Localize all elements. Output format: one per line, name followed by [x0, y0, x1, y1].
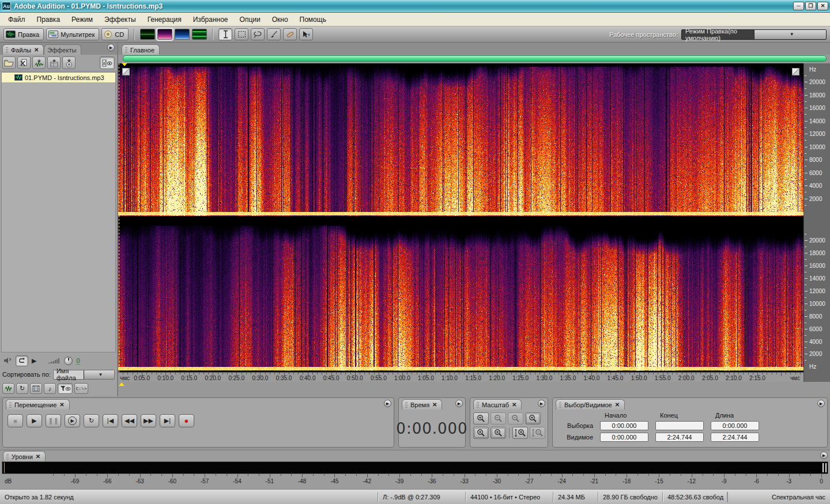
spectrogram-right-channel[interactable]: [118, 223, 803, 371]
workspace-dropdown[interactable]: Режим Правка(по умолчанию) ▼: [681, 29, 827, 40]
правка-mode-button[interactable]: Правка: [3, 28, 44, 40]
insert-into-multitrack-session-button[interactable]: [47, 56, 61, 69]
fast-forward-button[interactable]: ▶▶: [141, 414, 156, 427]
tab-time[interactable]: Время ✕: [402, 399, 442, 410]
zoom-in-horizontally-button[interactable]: [473, 412, 489, 425]
panel-menu-icon[interactable]: ▶: [107, 44, 115, 51]
playhead-line[interactable]: [119, 63, 119, 372]
restore-button[interactable]: ❐: [805, 2, 816, 10]
tab-effects[interactable]: Эффекты: [44, 44, 81, 55]
zoom-in-vertically-button[interactable]: [512, 427, 528, 439]
show-midi-button[interactable]: ♪: [44, 383, 56, 394]
show-video-button[interactable]: [30, 383, 42, 394]
tab-zoom[interactable]: Масштаб ✕: [473, 399, 522, 410]
close-icon[interactable]: ✕: [59, 401, 64, 408]
sort-dropdown[interactable]: Имя файла ▼: [53, 370, 115, 380]
time-value-field[interactable]: 0:00.000: [711, 421, 759, 430]
close-icon[interactable]: ✕: [432, 401, 437, 408]
close-icon[interactable]: ✕: [615, 401, 620, 408]
volume-bars-icon[interactable]: [48, 358, 61, 364]
zoom-in-right-edge-button[interactable]: [491, 427, 506, 439]
spectral-frequency-display-button[interactable]: [157, 29, 172, 40]
volume-value[interactable]: 0: [76, 357, 80, 365]
zoom-out-full-button[interactable]: [508, 412, 523, 425]
volume-knob[interactable]: [64, 357, 73, 365]
close-button[interactable]: ✕: [817, 2, 828, 10]
menu-Режим[interactable]: Режим: [66, 14, 99, 25]
menu-Эффекты[interactable]: Эффекты: [99, 14, 142, 25]
stop-button[interactable]: ■: [7, 414, 23, 427]
play-button[interactable]: ▶: [27, 414, 42, 427]
close-icon[interactable]: ✕: [512, 401, 516, 408]
play-from-cursor-button[interactable]: ▶: [65, 414, 80, 427]
go-to-beginning-button[interactable]: |◀: [103, 414, 118, 427]
show-full-paths-button[interactable]: C:\>: [74, 383, 88, 394]
tab-selection-view[interactable]: Выбор/Видимое ✕: [556, 399, 625, 410]
мультитрек-mode-button[interactable]: Мультитрек: [46, 28, 99, 40]
menu-Правка[interactable]: Правка: [31, 14, 66, 25]
tab-levels[interactable]: Уровни ✕: [3, 451, 46, 461]
rewind-button[interactable]: ◀◀: [122, 414, 137, 427]
tab-transport[interactable]: Перемещение ✕: [6, 399, 70, 410]
cd-mode-button[interactable]: CD: [101, 28, 129, 40]
time-selection-tool[interactable]: [218, 28, 232, 40]
marquee-selection-tool[interactable]: [235, 28, 248, 40]
level-meter[interactable]: [2, 461, 828, 474]
scrub-tool[interactable]: [299, 28, 313, 40]
panel-menu-icon[interactable]: ▶: [820, 452, 828, 459]
time-value-field[interactable]: [655, 421, 704, 430]
spectral-pan-display-button[interactable]: [175, 29, 190, 40]
tab-main[interactable]: Главное: [122, 44, 160, 55]
spot-healing-brush-tool[interactable]: [283, 28, 297, 40]
spectral-phase-display-button[interactable]: [192, 29, 207, 40]
chevron-down-icon[interactable]: ▼: [84, 370, 114, 379]
menu-Окно[interactable]: Окно: [266, 14, 294, 25]
play-looped-button[interactable]: ↻: [84, 414, 99, 427]
timeline-ruler[interactable]: чмс0:05.00:10.00:15.00:20.00:25.00:30.00…: [118, 372, 803, 382]
playhead-marker-top-icon[interactable]: [122, 63, 127, 66]
panel-menu-icon[interactable]: ▶: [817, 400, 825, 407]
tab-files[interactable]: Файлы ✕: [2, 44, 44, 55]
panel-menu-icon[interactable]: ▶: [455, 400, 463, 407]
show-waveforms-button[interactable]: [2, 383, 14, 394]
panel-menu-icon[interactable]: ▶: [538, 400, 545, 407]
frequency-ruler[interactable]: Hz20000180001600014000120001000080006000…: [803, 63, 830, 382]
menu-Помощь[interactable]: Помощь: [294, 14, 332, 25]
spectral-display[interactable]: [118, 63, 803, 372]
zoom-corner-handle[interactable]: [792, 68, 799, 75]
menu-Генерация[interactable]: Генерация: [142, 14, 187, 25]
close-file-button[interactable]: [17, 56, 31, 69]
time-value-field[interactable]: 2:24.744: [711, 433, 759, 442]
close-icon[interactable]: ✕: [34, 47, 39, 53]
zoom-in-left-edge-button[interactable]: [473, 427, 489, 439]
menu-Файл[interactable]: Файл: [2, 14, 31, 25]
time-value-field[interactable]: 0:00.000: [600, 433, 648, 442]
go-to-end-button[interactable]: ▶|: [160, 414, 175, 427]
playhead-marker-bottom-icon[interactable]: [119, 382, 124, 386]
loop-preview-button[interactable]: [16, 355, 28, 366]
effects-paintbrush-tool[interactable]: [267, 28, 281, 40]
filter-options-toggle[interactable]: [58, 383, 73, 394]
zoom-out-vertically-button[interactable]: [530, 427, 545, 439]
time-value-field[interactable]: 0:00.000: [600, 421, 648, 430]
lasso-selection-tool[interactable]: [251, 28, 265, 40]
close-icon[interactable]: ✕: [36, 453, 40, 460]
overview-scrollbar[interactable]: [123, 55, 827, 62]
auto-play-icon[interactable]: [3, 357, 12, 364]
open-file-button[interactable]: [2, 56, 16, 69]
show-loops-button[interactable]: ↻: [16, 383, 28, 394]
menu-Избранное[interactable]: Избранное: [187, 14, 234, 25]
panel-menu-icon[interactable]: ▶: [384, 400, 391, 407]
record-button[interactable]: ●: [179, 414, 194, 427]
minimize-button[interactable]: ─: [793, 2, 804, 10]
spectrogram-left-channel[interactable]: [118, 65, 803, 216]
advanced-options-toggle[interactable]: [100, 56, 115, 69]
zoom-out-horizontally-button[interactable]: [491, 412, 506, 425]
file-list-item[interactable]: 01.PYMD - Isntructions.mp3: [2, 73, 115, 82]
preview-play-icon[interactable]: ▶: [32, 357, 36, 365]
waveform-display-button[interactable]: [140, 29, 155, 40]
time-display[interactable]: 0:00.000: [399, 410, 465, 447]
chevron-down-icon[interactable]: ▼: [754, 30, 827, 39]
insert-into-multitrack-button[interactable]: [32, 56, 46, 69]
menu-Опции[interactable]: Опции: [234, 14, 266, 25]
